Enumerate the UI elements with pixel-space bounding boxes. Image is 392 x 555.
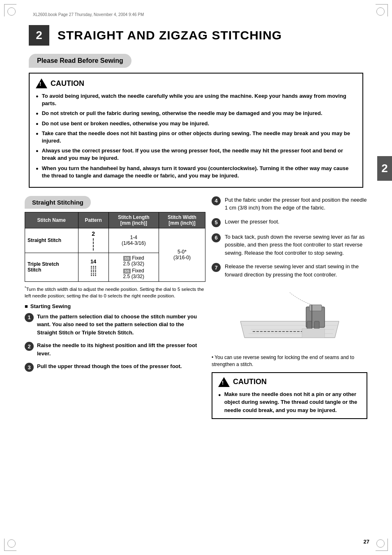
sewing-illustration [232, 284, 347, 350]
caution-list-main: To avoid being injured, watch the needle… [36, 92, 356, 180]
stitch-length-straight: 1-4(1/64-3/16) [108, 228, 159, 253]
col-header-width: Stitch Width[mm (inch)] [159, 212, 205, 228]
stitch-pattern-straight: 2 [78, 228, 108, 253]
side-chapter-number: 2 [377, 156, 392, 181]
svg-rect-7 [309, 305, 322, 311]
step-1: 1 Turn the pattern selection dial to cho… [25, 313, 205, 337]
table-header-row: Stitch Name Pattern Stitch Length[mm (in… [25, 212, 205, 228]
stitch-name-triple: Triple StretchStitch [25, 253, 78, 281]
starting-sewing-header: Starting Sewing [25, 303, 205, 309]
step-2-number: 2 [25, 342, 34, 351]
step-3-text: Pull the upper thread though the toes of… [37, 362, 182, 371]
step-1-text: Turn the pattern selection dial to choos… [37, 313, 205, 337]
tip-note: You can use reverse sewing for locking t… [212, 354, 367, 368]
step-7: 7 Release the reverse sewing lever and s… [212, 263, 367, 279]
stitch-length-triple: SS Fixed2.5 (3/32) SS Fixed2.5 (3/32) [108, 253, 159, 281]
right-column: 4 Put the fabric under the presser foot … [212, 196, 367, 419]
caution-box-small: CAUTION Make sure the needle does not hi… [212, 372, 367, 419]
file-bar: XL2600.book Page 27 Thursday, November 4… [16, 12, 376, 17]
caution-item: Always use the correct presser foot. If … [36, 147, 356, 162]
caution-title-small: CAUTION [233, 378, 267, 386]
step-2-text: Raise the needle to its highest position… [37, 341, 205, 357]
sewing-svg [232, 284, 347, 350]
caution-triangle-icon-small [218, 377, 230, 387]
chapter-number: 2 [29, 25, 49, 46]
circle-mark-bl [7, 539, 16, 548]
caution-header-small: CAUTION [218, 377, 361, 387]
stitch-width-shared: 5-0*(3/16-0) [159, 228, 205, 281]
straight-stitching-header: Straight Stitching [25, 196, 91, 209]
chapter-title: STRAIGHT AND ZIGZAG STITCHING [58, 28, 282, 42]
left-column: Straight Stitching Stitch Name Pattern S… [25, 196, 205, 419]
caution-list-small: Make sure the needle does not hit a pin … [218, 390, 361, 415]
caution-header-main: CAUTION [36, 78, 356, 88]
circle-mark-tl [7, 7, 16, 16]
caution-box-main: CAUTION To avoid being injured, watch th… [29, 73, 363, 188]
step-7-number: 7 [212, 263, 221, 272]
caution-item: Do not use bent or broken needles, other… [36, 120, 356, 127]
stitch-name-straight: Straight Stitch [25, 228, 78, 253]
please-read-label: Please Read Before Sewing [29, 54, 131, 68]
page-number: 27 [364, 539, 369, 545]
col-header-pattern: Pattern [78, 212, 108, 228]
svg-rect-12 [302, 329, 325, 338]
step-7-text: Release the reverse sewing lever and sta… [225, 263, 367, 279]
step-5-number: 5 [212, 218, 221, 227]
main-columns: Straight Stitching Stitch Name Pattern S… [25, 196, 367, 419]
step-6: 6 To back tack, push down the reverse se… [212, 233, 367, 257]
caution-item-small: Make sure the needle does not hit a pin … [218, 390, 361, 415]
table-row: Straight Stitch 2 1-4(1/64-3/16) 5-0*(3/… [25, 228, 205, 253]
step-3-number: 3 [25, 363, 34, 372]
step-3: 3 Pull the upper thread though the toes … [25, 362, 205, 372]
step-4: 4 Put the fabric under the presser foot … [212, 196, 367, 212]
caution-item: When you turn the handwheel by hand, alw… [36, 165, 356, 180]
caution-item: To avoid being injured, watch the needle… [36, 92, 356, 107]
step-5: 5 Lower the presser foot. [212, 218, 367, 227]
caution-body-main: To avoid being injured, watch the needle… [36, 92, 356, 180]
circle-mark-tr [376, 7, 385, 16]
step-2: 2 Raise the needle to its highest positi… [25, 341, 205, 357]
footnote: *Turn the stitch width dial to adjust th… [25, 285, 205, 299]
caution-title-main: CAUTION [51, 79, 84, 88]
stitch-table: Stitch Name Pattern Stitch Length[mm (in… [25, 212, 205, 282]
svg-rect-9 [314, 321, 319, 329]
step-5-text: Lower the presser foot. [225, 218, 279, 226]
caution-triangle-icon [36, 78, 47, 88]
step-6-number: 6 [212, 233, 221, 242]
col-header-name: Stitch Name [25, 212, 78, 228]
chapter-header: 2 STRAIGHT AND ZIGZAG STITCHING [29, 25, 363, 46]
step-6-text: To back tack, push down the reverse sewi… [225, 233, 367, 257]
page: XL2600.book Page 27 Thursday, November 4… [0, 0, 392, 555]
step-1-number: 1 [25, 313, 34, 322]
step-4-number: 4 [212, 196, 221, 205]
stitch-pattern-triple: 14 [78, 253, 108, 281]
svg-rect-8 [307, 321, 312, 329]
caution-item: Take care that the needle does not hit b… [36, 130, 356, 145]
step-4-text: Put the fabric under the presser foot an… [225, 196, 367, 212]
circle-mark-br [376, 539, 385, 548]
caution-item: Do not stretch or pull the fabric during… [36, 110, 356, 117]
col-header-length: Stitch Length[mm (inch)] [108, 212, 159, 228]
